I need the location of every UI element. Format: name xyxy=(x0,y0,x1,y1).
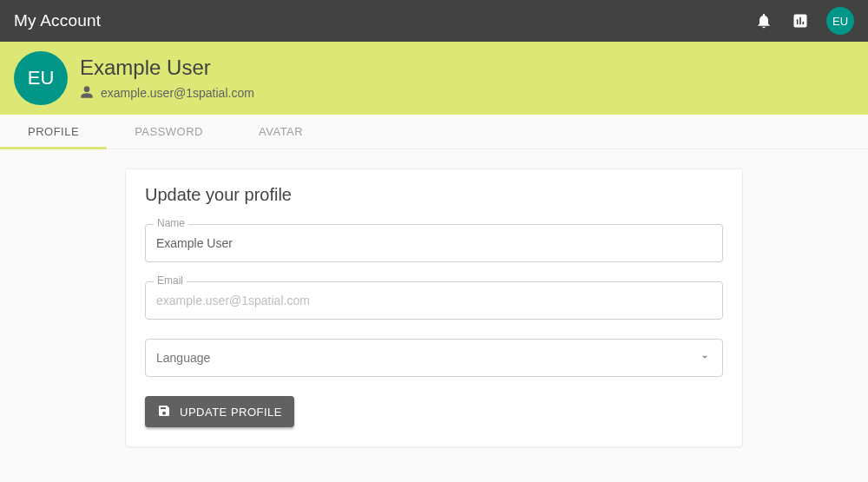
appbar-avatar[interactable]: EU xyxy=(826,7,854,35)
person-icon xyxy=(80,85,94,102)
language-field: Language xyxy=(145,339,723,377)
language-label: Language xyxy=(156,351,210,365)
appbar-title: My Account xyxy=(14,11,101,30)
tabs: PROFILE PASSWORD AVATAR xyxy=(0,115,868,149)
account-avatar: EU xyxy=(14,51,68,105)
button-label: UPDATE PROFILE xyxy=(180,406,282,419)
language-select[interactable]: Language xyxy=(145,339,723,377)
tab-label: PASSWORD xyxy=(135,125,203,138)
email-field: Email xyxy=(145,281,723,320)
tab-label: AVATAR xyxy=(259,125,303,138)
tab-profile[interactable]: PROFILE xyxy=(0,115,107,149)
account-email-row: example.user@1spatial.com xyxy=(80,85,254,102)
tab-password[interactable]: PASSWORD xyxy=(107,115,231,149)
update-profile-button[interactable]: UPDATE PROFILE xyxy=(145,396,294,427)
email-input[interactable] xyxy=(145,281,723,320)
account-name: Example User xyxy=(80,56,254,80)
content: Update your profile Name Email Language … xyxy=(0,149,868,447)
chevron-down-icon xyxy=(698,350,712,366)
dashboard-icon[interactable] xyxy=(790,10,811,31)
name-label: Name xyxy=(154,217,188,229)
name-input[interactable] xyxy=(145,224,723,262)
account-info: Example User example.user@1spatial.com xyxy=(80,56,254,102)
account-email: example.user@1spatial.com xyxy=(101,86,254,100)
tab-label: PROFILE xyxy=(28,125,79,138)
card-heading: Update your profile xyxy=(145,185,723,205)
name-field: Name xyxy=(145,224,723,262)
profile-card: Update your profile Name Email Language … xyxy=(125,168,743,447)
tab-avatar[interactable]: AVATAR xyxy=(231,115,331,149)
account-header: EU Example User example.user@1spatial.co… xyxy=(0,42,868,115)
notifications-icon[interactable] xyxy=(753,10,774,31)
appbar: My Account EU xyxy=(0,0,868,42)
email-label: Email xyxy=(154,274,187,287)
save-icon xyxy=(157,404,171,420)
